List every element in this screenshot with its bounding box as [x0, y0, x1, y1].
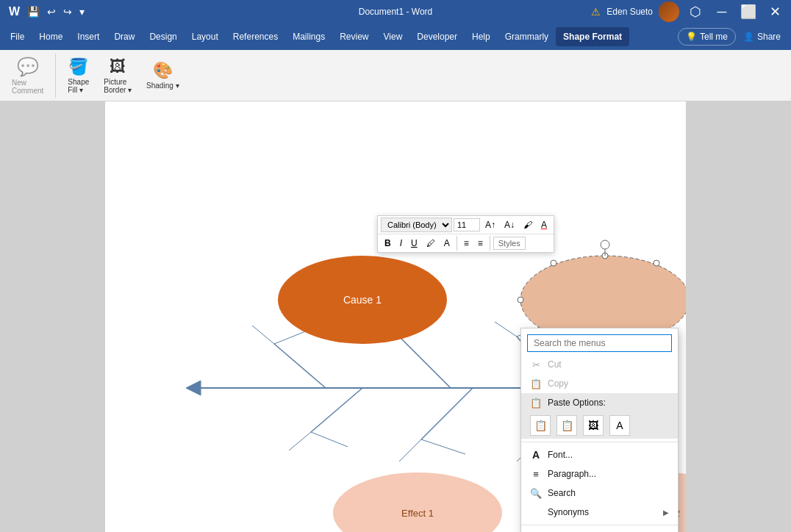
context-menu-font[interactable]: A Font... [521, 445, 678, 464]
paste-option-2[interactable]: 📋 [556, 415, 577, 436]
cut-icon: ✂ [530, 359, 542, 370]
shape-fill-ribbon-btn[interactable]: 🪣 ShapeFill ▾ [62, 54, 95, 97]
paste-option-3[interactable]: 🖼 [583, 415, 604, 436]
redo-button[interactable]: ↪ [60, 4, 75, 19]
font-family-select[interactable]: Calibri (Body) [381, 218, 452, 232]
menu-references[interactable]: References [226, 27, 285, 46]
highlight-btn[interactable]: 🖊 [423, 237, 439, 250]
context-menu-read-aloud[interactable]: 🔊 Read Aloud [521, 528, 678, 532]
decrease-font-btn[interactable]: A↓ [501, 218, 518, 231]
italic-btn[interactable]: I [396, 237, 406, 250]
increase-font-btn[interactable]: A↑ [482, 218, 499, 231]
menu-developer[interactable]: Developer [409, 27, 465, 46]
svg-text:Effect 1: Effect 1 [401, 508, 434, 519]
text-color-btn[interactable]: A [440, 237, 454, 250]
numbering-btn[interactable]: ≡ [474, 237, 487, 250]
menu-shape-format[interactable]: Shape Format [556, 27, 629, 46]
context-menu-search[interactable] [527, 334, 672, 352]
menu-home[interactable]: Home [32, 27, 70, 46]
shading-ribbon-btn[interactable]: 🎨 Shading ▾ [140, 58, 185, 93]
shape-fill-icon: 🪣 [68, 57, 88, 76]
svg-line-4 [252, 326, 274, 344]
picture-border-ribbon-btn[interactable]: 🖼 PictureBorder ▾ [98, 54, 137, 97]
menu-review[interactable]: Review [332, 27, 376, 46]
person-icon: 👤 [743, 32, 754, 42]
menu-view[interactable]: View [376, 27, 410, 46]
ribbon-collapse-button[interactable]: ⬡ [685, 1, 706, 22]
float-toolbar: Calibri (Body) A↑ A↓ 🖌 A B I U 🖊 A ≡ ≡ S… [377, 215, 554, 253]
paste-options-label: Paste Options: [548, 398, 606, 408]
warning-icon: ⚠ [591, 6, 601, 18]
save-button[interactable]: 💾 [24, 4, 43, 19]
bullets-btn[interactable]: ≡ [460, 237, 473, 250]
context-menu-cut[interactable]: ✂ Cut [521, 355, 678, 374]
svg-point-33 [333, 472, 502, 532]
new-comment-ribbon-btn[interactable]: 💬 NewComment [6, 54, 49, 98]
context-menu: ✂ Cut 📋 Copy 📋 Paste Options: 📋 📋 🖼 A A … [520, 328, 679, 532]
menu-help[interactable]: Help [465, 27, 498, 46]
menu-bar: File Home Insert Draw Design Layout Refe… [0, 24, 791, 50]
font-color-btn[interactable]: A [537, 218, 551, 231]
toolbar-divider-2 [490, 236, 490, 251]
svg-line-13 [289, 432, 311, 450]
avatar-image [659, 1, 679, 22]
svg-line-15 [421, 439, 465, 454]
font-icon: A [530, 449, 542, 461]
document-title: Document1 - Word [359, 7, 432, 17]
svg-point-27 [551, 260, 556, 266]
restore-button[interactable]: ⬜ [738, 1, 759, 22]
synonyms-icon [530, 506, 542, 518]
submenu-arrow: ▶ [663, 508, 669, 517]
menu-mailings[interactable]: Mailings [285, 27, 332, 46]
customize-button[interactable]: ▾ [76, 4, 87, 19]
undo-button[interactable]: ↩ [44, 4, 59, 19]
svg-line-5 [399, 337, 451, 388]
share-label: Share [757, 32, 781, 42]
copy-icon: 📋 [530, 378, 542, 389]
underline-btn[interactable]: U [407, 237, 421, 250]
styles-selector[interactable]: Styles [493, 237, 526, 250]
paste-option-4[interactable]: A [609, 415, 630, 436]
svg-line-12 [311, 432, 348, 447]
svg-line-16 [399, 439, 421, 461]
menu-design[interactable]: Design [142, 27, 184, 46]
title-bar-right: ⚠ Eden Sueto ⬡ ─ ⬜ ✕ [591, 1, 785, 22]
bold-btn[interactable]: B [381, 237, 395, 250]
new-comment-label: NewComment [12, 79, 43, 95]
title-bar: W 💾 ↩ ↪ ▾ Document1 - Word ⚠ Eden Sueto … [0, 0, 791, 24]
ribbon: 💬 NewComment 🪣 ShapeFill ▾ 🖼 PictureBord… [0, 50, 791, 101]
font-row: Calibri (Body) A↑ A↓ 🖌 A [378, 216, 554, 234]
tell-me-label: Tell me [700, 32, 728, 42]
tell-me-button[interactable]: 💡 Tell me [678, 28, 736, 46]
minimize-button[interactable]: ─ [712, 1, 732, 22]
separator-2 [521, 525, 678, 525]
shading-label: Shading ▾ [146, 82, 179, 90]
user-avatar [659, 1, 679, 22]
title-bar-left: W 💾 ↩ ↪ ▾ [6, 4, 87, 20]
close-button[interactable]: ✕ [765, 1, 785, 22]
context-menu-copy[interactable]: 📋 Copy [521, 374, 678, 393]
menu-insert[interactable]: Insert [70, 27, 107, 46]
font-size-input[interactable] [454, 218, 480, 231]
menu-layout[interactable]: Layout [185, 27, 226, 46]
document-canvas: Cause 1 Effect 1 Effect 2 [105, 101, 686, 532]
menu-file[interactable]: File [3, 27, 32, 46]
share-button[interactable]: 👤 Share [736, 29, 788, 45]
menu-grammarly[interactable]: Grammarly [498, 27, 556, 46]
picture-border-icon: 🖼 [110, 57, 126, 76]
context-menu-synonyms[interactable]: Synonyms ▶ [521, 503, 678, 522]
context-menu-paragraph[interactable]: ≡ Paragraph... [521, 464, 678, 484]
svg-line-11 [311, 388, 362, 432]
cut-label: Cut [548, 359, 562, 370]
format-paint-btn[interactable]: 🖌 [520, 218, 536, 231]
paragraph-icon: ≡ [530, 468, 542, 480]
menu-draw[interactable]: Draw [107, 27, 142, 46]
paste-option-1[interactable]: 📋 [530, 415, 551, 436]
svg-text:Cause 1: Cause 1 [343, 294, 382, 306]
svg-point-23 [518, 297, 523, 303]
svg-line-14 [421, 388, 473, 439]
shading-icon: 🎨 [153, 61, 173, 80]
context-menu-search-item[interactable]: 🔍 Search [521, 484, 678, 503]
new-comment-icon: 💬 [17, 57, 39, 77]
font-label: Font... [548, 450, 573, 460]
